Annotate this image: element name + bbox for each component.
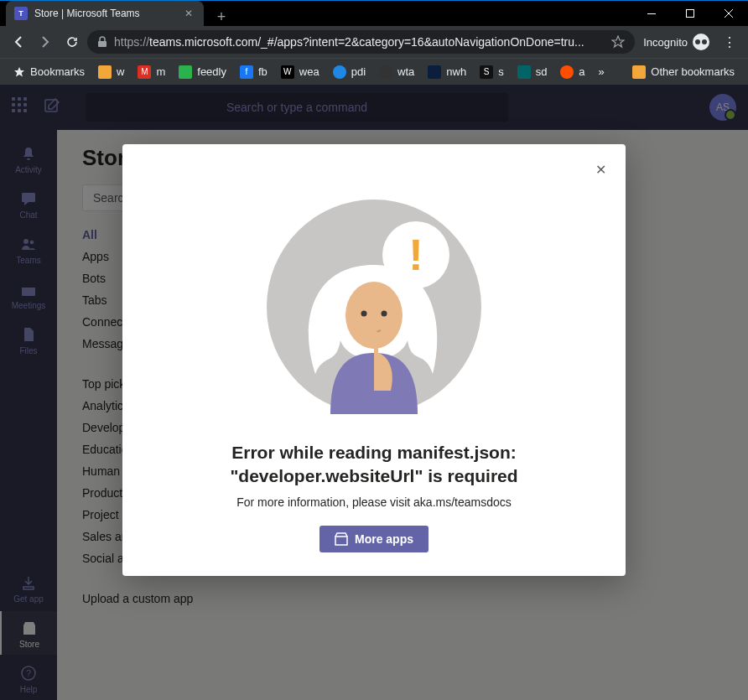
- modal-close-button[interactable]: ✕: [590, 159, 610, 179]
- maximize-button[interactable]: [671, 1, 709, 27]
- bookmark-favicon: M: [138, 65, 151, 79]
- bookmark-favicon: [98, 65, 112, 79]
- bookmark-item[interactable]: Mm: [132, 62, 170, 82]
- bookmark-favicon: [560, 65, 574, 79]
- reload-button[interactable]: [60, 30, 84, 54]
- bookmark-item[interactable]: nwh: [423, 62, 471, 82]
- browser-menu-button[interactable]: ⋮: [718, 30, 741, 54]
- bookmark-favicon: [428, 65, 441, 79]
- bookmark-favicon: [333, 65, 346, 79]
- bookmarks-bar: Bookmarks w Mm feedly ffb Wwea pdi wta n…: [0, 58, 748, 85]
- forward-button[interactable]: [34, 30, 57, 54]
- more-apps-button[interactable]: More apps: [319, 526, 429, 552]
- bookmark-item[interactable]: feedly: [174, 62, 231, 82]
- minimize-button[interactable]: [632, 1, 671, 27]
- svg-point-18: [361, 311, 367, 317]
- close-window-button[interactable]: [709, 1, 748, 27]
- modal-subtitle: For more information, please visit aka.m…: [156, 495, 592, 509]
- url-text: https://teams.microsoft.com/_#/apps?inte…: [114, 35, 605, 49]
- error-illustration: !: [265, 198, 483, 416]
- bookmark-favicon: f: [240, 65, 253, 79]
- error-modal: ✕ ! Error while reading manifest.json: "…: [122, 144, 626, 576]
- bookmark-favicon: [517, 65, 531, 79]
- window-titlebar: T Store | Microsoft Teams ✕ +: [0, 0, 748, 26]
- incognito-label: Incognito: [643, 36, 688, 49]
- svg-point-19: [382, 311, 387, 317]
- bookmark-item[interactable]: pdi: [328, 62, 371, 82]
- bookmark-favicon: [379, 65, 392, 79]
- lock-icon: [97, 36, 107, 48]
- svg-rect-1: [687, 10, 694, 18]
- other-bookmarks[interactable]: Other bookmarks: [627, 62, 740, 82]
- bookmark-favicon: W: [281, 65, 294, 79]
- new-tab-button[interactable]: +: [210, 5, 233, 29]
- bookmark-item[interactable]: Wwea: [276, 62, 325, 82]
- bookmark-item[interactable]: a: [555, 62, 590, 82]
- tab-close-icon[interactable]: ✕: [182, 7, 195, 20]
- tab-title: Store | Microsoft Teams: [34, 8, 175, 19]
- bookmark-item[interactable]: sd: [512, 62, 553, 82]
- browser-tab[interactable]: T Store | Microsoft Teams ✕: [6, 1, 204, 26]
- back-button[interactable]: [7, 30, 30, 54]
- incognito-indicator: Incognito: [638, 34, 714, 50]
- address-bar[interactable]: https://teams.microsoft.com/_#/apps?inte…: [87, 30, 635, 54]
- teams-favicon: T: [14, 7, 28, 20]
- star-icon: [13, 66, 25, 78]
- svg-text:!: !: [408, 231, 423, 279]
- modal-title: Error while reading manifest.json: "deve…: [156, 441, 592, 489]
- star-icon[interactable]: [611, 35, 625, 49]
- svg-rect-0: [647, 13, 656, 14]
- browser-toolbar: https://teams.microsoft.com/_#/apps?inte…: [0, 26, 748, 58]
- bookmarks-overflow[interactable]: »: [594, 62, 610, 81]
- bookmark-item[interactable]: Ss: [475, 62, 509, 82]
- bookmark-item[interactable]: ffb: [235, 62, 273, 82]
- svg-rect-2: [98, 41, 106, 47]
- svg-rect-20: [335, 537, 347, 545]
- bookmark-favicon: [179, 65, 192, 79]
- bookmarks-menu[interactable]: Bookmarks: [8, 62, 90, 81]
- window-controls: [632, 1, 748, 27]
- bookmark-item[interactable]: wta: [374, 62, 419, 82]
- store-icon: [335, 532, 348, 546]
- bookmark-favicon: S: [480, 65, 493, 79]
- folder-icon: [632, 65, 646, 79]
- incognito-icon: [693, 34, 709, 50]
- bookmark-item[interactable]: w: [93, 62, 129, 82]
